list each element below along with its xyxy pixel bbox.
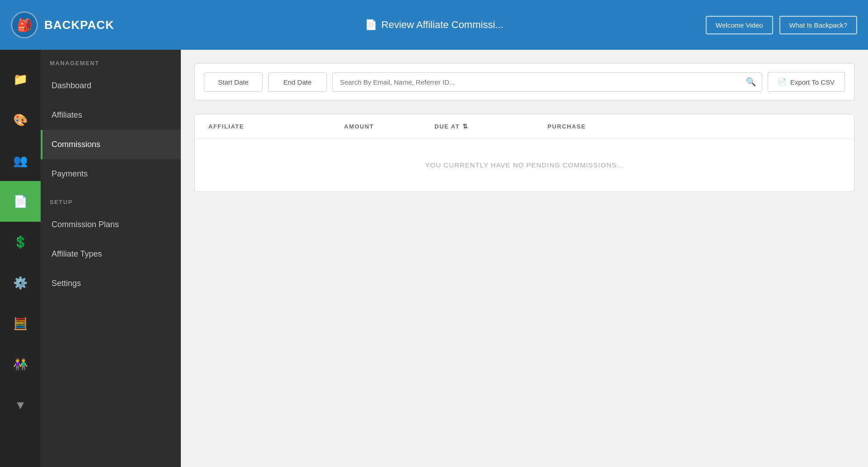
brand-title: BACKPACK: [44, 18, 114, 32]
main-content: Start Date End Date 🔍 📄 Export To CSV AF…: [181, 50, 868, 467]
start-date-button[interactable]: Start Date: [204, 72, 263, 92]
col-purchase: PURCHASE: [547, 123, 840, 130]
filter-bar: Start Date End Date 🔍 📄 Export To CSV: [194, 63, 854, 100]
export-csv-button[interactable]: 📄 Export To CSV: [768, 72, 845, 92]
sort-icon: ⇅: [462, 123, 469, 130]
sidebar-item-payments[interactable]: Payments: [41, 159, 181, 189]
users-icon[interactable]: 👥: [0, 140, 41, 181]
sidebar-icon-rail: 📁 🎨 👥 📄 💲 ⚙️ 🧮 👫 ▼: [0, 50, 41, 467]
page-title: Review Affiliate Commissi...: [382, 19, 504, 31]
table-header: AFFILIATE AMOUNT DUE AT ⇅ PURCHASE: [195, 114, 854, 138]
page-title-area: 📄 Review Affiliate Commissi...: [365, 19, 504, 31]
brand-logo: 🎒: [11, 11, 38, 38]
group-icon[interactable]: 👫: [0, 344, 41, 385]
gear-icon[interactable]: ⚙️: [0, 262, 41, 303]
search-icon: 🔍: [746, 77, 756, 87]
page-doc-icon: 📄: [365, 19, 377, 31]
table-empty-message: YOU CURRENTLY HAVE NO PENDING COMMISSION…: [195, 138, 854, 191]
commissions-table: AFFILIATE AMOUNT DUE AT ⇅ PURCHASE YOU C…: [194, 114, 854, 192]
palette-icon[interactable]: 🎨: [0, 100, 41, 140]
sidebar: 📁 🎨 👥 📄 💲 ⚙️ 🧮 👫 ▼ MANAGEMENT Dashboard …: [0, 50, 181, 467]
sidebar-item-affiliate-types[interactable]: Affiliate Types: [41, 239, 181, 269]
what-is-backpack-button[interactable]: What Is Backpack?: [779, 16, 857, 34]
setup-section-label: SETUP: [41, 189, 181, 210]
calculator-icon[interactable]: 🧮: [0, 303, 41, 344]
folder-icon[interactable]: 📁: [0, 59, 41, 100]
sidebar-item-commission-plans[interactable]: Commission Plans: [41, 210, 181, 239]
navbar-actions: Welcome Video What Is Backpack?: [706, 16, 857, 34]
commissions-icon[interactable]: 📄: [0, 181, 41, 222]
welcome-video-button[interactable]: Welcome Video: [706, 16, 773, 34]
app-body: 📁 🎨 👥 📄 💲 ⚙️ 🧮 👫 ▼ MANAGEMENT Dashboard …: [0, 50, 868, 467]
dollar-icon[interactable]: 💲: [0, 222, 41, 262]
sidebar-item-dashboard[interactable]: Dashboard: [41, 71, 181, 100]
brand: 🎒 BACKPACK: [11, 11, 114, 38]
management-section-label: MANAGEMENT: [41, 50, 181, 71]
sidebar-nav: MANAGEMENT Dashboard Affiliates Commissi…: [41, 50, 181, 467]
sidebar-item-settings[interactable]: Settings: [41, 269, 181, 298]
export-icon: 📄: [778, 78, 787, 86]
search-container: 🔍: [332, 72, 762, 92]
search-input[interactable]: [332, 72, 762, 92]
col-due-at-label: DUE AT: [434, 123, 460, 130]
export-label: Export To CSV: [790, 78, 835, 86]
logo-icon: 🎒: [17, 18, 33, 33]
col-affiliate: AFFILIATE: [208, 123, 344, 130]
end-date-button[interactable]: End Date: [268, 72, 327, 92]
col-amount: AMOUNT: [344, 123, 434, 130]
col-due-at[interactable]: DUE AT ⇅: [434, 123, 547, 130]
filter-icon[interactable]: ▼: [0, 385, 41, 425]
sidebar-item-affiliates[interactable]: Affiliates: [41, 100, 181, 130]
navbar: 🎒 BACKPACK 📄 Review Affiliate Commissi..…: [0, 0, 868, 50]
sidebar-item-commissions[interactable]: Commissions: [41, 130, 181, 159]
